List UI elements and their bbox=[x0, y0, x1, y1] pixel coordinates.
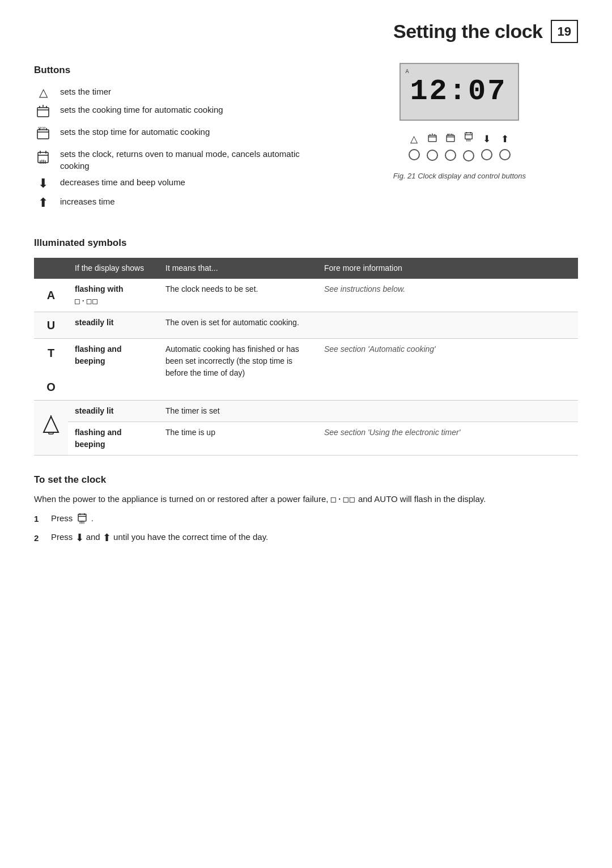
step2-icon2: ⬆ bbox=[103, 530, 111, 546]
control-buttons-row: △ bbox=[409, 131, 511, 161]
page-header: Setting the clock 19 bbox=[34, 17, 578, 46]
buttons-section: Buttons △ sets the timer sets th bbox=[34, 63, 318, 215]
page-number: 19 bbox=[551, 20, 578, 43]
table-row: A flashing with □·□□ The clock needs to … bbox=[34, 279, 578, 312]
col-header-symbol bbox=[34, 258, 68, 279]
ctrl-stop-circle bbox=[445, 150, 456, 161]
display-timer-1: steadily lit bbox=[68, 401, 159, 422]
ctrl-timer[interactable]: △ bbox=[409, 132, 420, 160]
illuminated-heading: Illuminated symbols bbox=[34, 236, 578, 250]
ctrl-clockset-icon bbox=[464, 131, 474, 148]
ctrl-clockset-circle bbox=[463, 150, 474, 161]
info-t: See section 'Automatic cooking' bbox=[317, 339, 578, 401]
btn-desc: sets the clock, returns oven to manual m… bbox=[60, 148, 318, 172]
illuminated-table: If the display shows It means that... Fo… bbox=[34, 258, 578, 456]
step-1: 1 Press . bbox=[34, 512, 578, 526]
display-mini: □·□□ bbox=[75, 296, 99, 305]
step-num-1: 1 bbox=[34, 513, 44, 526]
illuminated-section: Illuminated symbols If the display shows… bbox=[34, 236, 578, 456]
ctrl-stop-icon: STOP bbox=[445, 132, 456, 147]
cooking-time-icon bbox=[34, 104, 52, 122]
ctrl-decrease[interactable]: ⬇ bbox=[481, 132, 492, 160]
step-2-text: Press ⬇ and ⬆ until you have the correct… bbox=[51, 530, 268, 546]
table-row: flashing and beeping The time is up See … bbox=[34, 422, 578, 456]
col-header-display: If the display shows bbox=[68, 258, 159, 279]
display-label: flashing and beeping bbox=[75, 344, 121, 365]
list-item: STOP sets the stop time for automatic co… bbox=[34, 126, 318, 143]
list-item: ⬇ decreases time and beep volume bbox=[34, 176, 318, 191]
instructions-section: To set the clock When the power to the a… bbox=[34, 473, 578, 546]
step-num-2: 2 bbox=[34, 532, 44, 545]
means-u: The oven is set for automatic cooking. bbox=[159, 312, 317, 339]
list-item: ⬆ increases time bbox=[34, 195, 318, 210]
info-timer-1 bbox=[317, 401, 578, 422]
clock-indicator: A bbox=[405, 67, 409, 76]
ctrl-stop[interactable]: STOP bbox=[445, 132, 456, 161]
ctrl-timer-icon: △ bbox=[410, 132, 418, 147]
info-timer-2: See section 'Using the electronic timer' bbox=[317, 422, 578, 456]
means-timer-1: The timer is set bbox=[159, 401, 317, 422]
means-timer-2: The time is up bbox=[159, 422, 317, 456]
decrease-icon: ⬇ bbox=[34, 176, 52, 191]
info-u bbox=[317, 312, 578, 339]
col-header-info: Fore more information bbox=[317, 258, 578, 279]
ctrl-timer-circle bbox=[409, 149, 420, 160]
ctrl-cooking-icon bbox=[427, 132, 437, 147]
instructions-intro: When the power to the appliance is turne… bbox=[34, 493, 578, 506]
btn-desc: sets the stop time for automatic cooking bbox=[60, 126, 210, 138]
btn-desc: decreases time and beep volume bbox=[60, 176, 185, 188]
svg-text:STOP: STOP bbox=[38, 126, 46, 130]
ctrl-clockset[interactable] bbox=[463, 131, 474, 161]
table-row: U steadily lit The oven is set for autom… bbox=[34, 312, 578, 339]
table-row: steadily lit The timer is set bbox=[34, 401, 578, 422]
symbol-t: TO bbox=[34, 339, 68, 401]
svg-rect-5 bbox=[37, 130, 49, 139]
ctrl-increase-circle bbox=[499, 149, 511, 160]
clock-time: 12:07 bbox=[410, 70, 507, 114]
col-header-means: It means that... bbox=[159, 258, 317, 279]
svg-text:STOP: STOP bbox=[447, 133, 453, 135]
display-label: flashing with bbox=[75, 284, 124, 293]
symbol-timer-1 bbox=[34, 401, 68, 456]
table-header-row: If the display shows It means that... Fo… bbox=[34, 258, 578, 279]
ctrl-increase[interactable]: ⬆ bbox=[499, 132, 511, 160]
svg-rect-28 bbox=[465, 133, 472, 139]
display-t: flashing and beeping bbox=[68, 339, 159, 401]
svg-marker-36 bbox=[44, 416, 58, 432]
display-u: steadily lit bbox=[68, 312, 159, 339]
to-set-clock-heading: To set the clock bbox=[34, 473, 578, 487]
clock-set-icon bbox=[34, 148, 52, 168]
stop-time-icon: STOP bbox=[34, 126, 52, 143]
ctrl-increase-icon: ⬆ bbox=[501, 132, 509, 147]
page-title: Setting the clock bbox=[393, 17, 543, 46]
intro-symbols: □·□□ bbox=[331, 494, 356, 504]
top-section: Buttons △ sets the timer sets th bbox=[34, 63, 578, 215]
timer-icon: △ bbox=[34, 86, 52, 99]
display-label: steadily lit bbox=[75, 406, 113, 415]
svg-rect-23 bbox=[447, 135, 454, 141]
btn-desc: sets the cooking time for automatic cook… bbox=[60, 104, 223, 116]
ctrl-cooking[interactable] bbox=[427, 132, 438, 161]
svg-rect-10 bbox=[38, 152, 48, 163]
buttons-heading: Buttons bbox=[34, 63, 318, 78]
clock-display-box: A 12:07 bbox=[400, 63, 519, 121]
list-item: sets the clock, returns oven to manual m… bbox=[34, 148, 318, 172]
step-1-text: Press . bbox=[51, 512, 94, 526]
means-a: The clock needs to be set. bbox=[159, 279, 317, 312]
means-t: Automatic cooking has finished or has be… bbox=[159, 339, 317, 401]
display-timer-2: flashing and beeping bbox=[68, 422, 159, 456]
increase-icon: ⬆ bbox=[34, 195, 52, 210]
step2-icon1: ⬇ bbox=[75, 530, 84, 546]
svg-rect-18 bbox=[428, 135, 436, 141]
ctrl-cooking-circle bbox=[427, 150, 438, 161]
info-a: See instructions below. bbox=[317, 279, 578, 312]
display-label: steadily lit bbox=[75, 318, 113, 327]
svg-rect-37 bbox=[49, 432, 53, 434]
steps-list: 1 Press . 2 Press ⬇ and ⬆ bbox=[34, 512, 578, 546]
svg-rect-0 bbox=[37, 108, 49, 117]
list-item: sets the cooking time for automatic cook… bbox=[34, 104, 318, 122]
display-section: A 12:07 △ bbox=[341, 63, 578, 215]
btn-desc: increases time bbox=[60, 195, 115, 207]
symbol-u: U bbox=[34, 312, 68, 339]
ctrl-decrease-circle bbox=[481, 149, 492, 160]
